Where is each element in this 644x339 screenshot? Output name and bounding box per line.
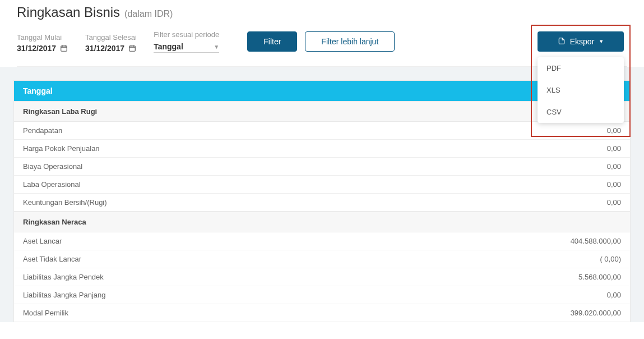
end-date-group: Tanggal Selesai 31/12/2017 [85,33,137,53]
section-header-balance: Ringkasan Neraca [14,212,630,232]
table-row: Liabilitas Jangka Pendek 5.568.000,00 [14,268,630,286]
row-label: Laba Operasional [23,180,81,189]
period-select-value: Tanggal [154,42,183,51]
filter-button[interactable]: Filter [247,31,297,52]
row-value: 0,00 [607,144,621,153]
export-option-xls[interactable]: XLS [538,79,624,101]
row-label: Aset Tidak Lancar [23,255,81,263]
table-row: Biaya Operasional 0,00 [14,158,630,176]
start-date-group: Tanggal Mulai 31/12/2017 [17,33,68,53]
table-row: Keuntungan Bersih/(Rugi) 0,00 [14,194,630,212]
export-dropdown: PDF XLS CSV [538,57,624,123]
svg-rect-1 [129,46,136,51]
row-label: Pendapatan [23,126,62,135]
period-filter-label: Filter sesuai periode [154,30,219,39]
row-value: 399.020.000,00 [571,309,621,317]
export-button[interactable]: Ekspor ▼ [538,31,624,52]
start-date-label: Tanggal Mulai [17,33,68,42]
export-option-pdf[interactable]: PDF [538,57,624,79]
file-export-icon [558,37,566,47]
table-row: Harga Pokok Penjualan 0,00 [14,140,630,158]
row-value: 0,00 [607,198,621,207]
advanced-filter-button-label: Filter lebih lanjut [321,37,378,46]
export-highlight-box: Ekspor ▼ PDF XLS CSV [531,25,631,137]
table-row: Aset Tidak Lancar ( 0,00) [14,250,630,268]
end-date-picker[interactable]: 31/12/2017 [85,44,137,53]
svg-rect-0 [61,46,67,51]
row-value: 0,00 [607,291,621,299]
row-label: Liabilitas Jangka Pendek [23,273,104,281]
filter-button-label: Filter [263,37,281,46]
row-value: 0,00 [607,162,621,171]
row-label: Aset Lancar [23,237,62,245]
period-filter-group: Filter sesuai periode Tanggal ▼ [154,30,219,53]
row-value: ( 0,00) [600,255,621,263]
advanced-filter-button[interactable]: Filter lebih lanjut [305,31,395,52]
caret-down-icon: ▼ [599,39,604,44]
start-date-value: 31/12/2017 [17,44,56,53]
row-label: Keuntungan Bersih/(Rugi) [23,198,107,207]
table-row: Laba Operasional 0,00 [14,176,630,194]
chevron-down-icon: ▼ [214,44,219,50]
row-value: 0,00 [607,180,621,189]
page-subtitle: (dalam IDR) [124,9,173,19]
export-button-label: Ekspor [570,37,595,46]
controls-bar: Tanggal Mulai 31/12/2017 Tanggal Selesai… [17,30,627,67]
calendar-icon [59,44,68,53]
export-option-csv[interactable]: CSV [538,101,624,123]
end-date-label: Tanggal Selesai [85,33,137,42]
row-value: 404.588.000,00 [571,237,621,245]
row-label: Biaya Operasional [23,162,82,171]
row-label: Modal Pemilik [23,309,68,317]
calendar-icon [128,44,137,53]
row-label: Harga Pokok Penjualan [23,144,100,153]
page-title: Ringkasan Bisnis [17,4,120,20]
period-select[interactable]: Tanggal ▼ [154,41,219,53]
row-value: 5.568.000,00 [578,273,621,281]
start-date-picker[interactable]: 31/12/2017 [17,44,68,53]
table-row: Liabilitas Jangka Panjang 0,00 [14,286,630,304]
end-date-value: 31/12/2017 [85,44,124,53]
table-row: Aset Lancar 404.588.000,00 [14,232,630,250]
table-row: Modal Pemilik 399.020.000,00 [14,304,630,322]
row-label: Liabilitas Jangka Panjang [23,291,105,299]
